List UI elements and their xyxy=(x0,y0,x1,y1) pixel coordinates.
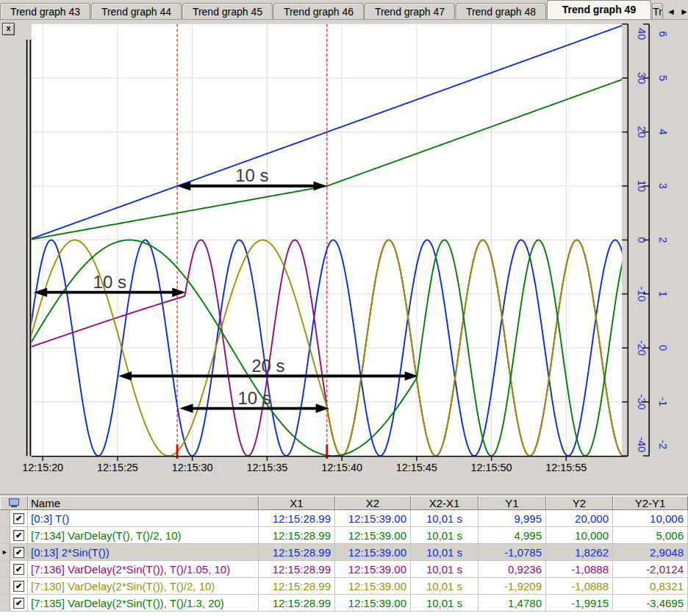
svg-text:10 s: 10 s xyxy=(93,272,126,292)
value-x2[interactable]: 12:15:39.00 xyxy=(335,561,411,578)
value-x2-x1[interactable]: 10,01 s xyxy=(411,544,479,561)
series-name[interactable]: [7:134] VarDelay(T(), T()/2, 10) xyxy=(28,527,259,544)
chart-close-button[interactable]: x xyxy=(2,23,15,35)
column-header-y2-y1: Y2-Y1 xyxy=(613,496,688,510)
time-axis-label: 12:15:35 xyxy=(246,462,287,473)
time-axis-label: 12:15:45 xyxy=(396,462,437,473)
trend-viewer-window: Trend graph 43Trend graph 44Trend graph … xyxy=(0,0,688,616)
value-y1[interactable]: 1,4780 xyxy=(479,595,546,612)
selected-row-marker[interactable]: ► xyxy=(0,544,10,561)
value-x2-x1[interactable]: 10,01 s xyxy=(411,561,479,578)
tab-scroll-controls: ◄►✕ xyxy=(667,7,688,16)
value-x1[interactable]: 12:15:28.99 xyxy=(259,561,335,578)
tab-trend-graph-43[interactable]: Trend graph 43 xyxy=(0,3,90,19)
tab-trend-graph-47[interactable]: Trend graph 47 xyxy=(365,3,455,19)
tab-overflow[interactable]: Tr xyxy=(652,3,663,19)
value-x2[interactable]: 12:15:39.00 xyxy=(335,578,411,595)
tab-scroll-left-icon[interactable]: ◄ xyxy=(667,7,676,16)
row-marker-cell[interactable] xyxy=(0,578,10,595)
value-x2-x1[interactable]: 10,01 s xyxy=(411,595,479,612)
value-y2[interactable]: -1,9915 xyxy=(546,595,613,612)
series-visible-checkbox[interactable]: ✔ xyxy=(13,581,24,592)
header-icon-cell xyxy=(0,496,28,510)
value-x2-x1[interactable]: 10,01 s xyxy=(411,578,479,595)
series-name[interactable]: [7:136] VarDelay(2*Sin(T()), T()/1.05, 1… xyxy=(28,561,259,578)
value-y1[interactable]: 0,9236 xyxy=(479,561,546,578)
checkbox-cell[interactable]: ✔ xyxy=(10,595,28,612)
value-x1[interactable]: 12:15:28.99 xyxy=(259,527,335,544)
svg-text:10 s: 10 s xyxy=(237,388,270,408)
tab-trend-graph-49[interactable]: Trend graph 49 xyxy=(547,0,651,19)
value-x2[interactable]: 12:15:39.00 xyxy=(335,527,411,544)
svg-text:20 s: 20 s xyxy=(251,356,284,376)
row-marker-cell[interactable] xyxy=(0,527,10,544)
value-x1[interactable]: 12:15:28.99 xyxy=(259,578,335,595)
column-header-x2: X2 xyxy=(335,496,411,510)
time-axis-label: 12:15:30 xyxy=(172,462,213,473)
trend-chart-canvas[interactable]: 10 s10 s20 s10 s12:15:2012:15:2512:15:30… xyxy=(0,20,688,494)
checkbox-cell[interactable]: ✔ xyxy=(10,561,28,578)
svg-text:10 s: 10 s xyxy=(235,165,268,185)
row-marker-cell[interactable] xyxy=(0,595,10,612)
value-x2-x1[interactable]: 10,01 s xyxy=(411,527,479,544)
value-x2[interactable]: 12:15:39.00 xyxy=(335,510,411,527)
value-y2-y1[interactable]: 5,006 xyxy=(613,527,688,544)
series-visible-checkbox[interactable]: ✔ xyxy=(13,547,24,558)
value-x1[interactable]: 12:15:28.99 xyxy=(259,510,335,527)
tab-trend-graph-45[interactable]: Trend graph 45 xyxy=(182,3,273,19)
value-y1[interactable]: 9,995 xyxy=(479,510,546,527)
time-axis-label: 12:15:40 xyxy=(321,462,362,473)
checkbox-cell[interactable]: ✔ xyxy=(10,578,28,595)
series-name[interactable]: [0:13] 2*Sin(T()) xyxy=(28,544,259,561)
trend-chart-panel: x 10 s10 s20 s10 s12:15:2012:15:2512:15:… xyxy=(0,20,688,494)
series-visible-checkbox[interactable]: ✔ xyxy=(13,530,24,541)
value-y2[interactable]: -1,0888 xyxy=(546,561,613,578)
series-visible-checkbox[interactable]: ✔ xyxy=(13,598,24,609)
column-header-y2: Y2 xyxy=(546,496,613,510)
time-axis-label: 12:15:55 xyxy=(545,462,587,473)
column-header-name: Name xyxy=(28,496,259,510)
checkbox-cell[interactable]: ✔ xyxy=(10,527,28,544)
value-x2-x1[interactable]: 10,01 s xyxy=(411,510,479,527)
column-header-y1: Y1 xyxy=(479,496,546,510)
series-visible-checkbox[interactable]: ✔ xyxy=(13,564,24,575)
value-y1[interactable]: -1,0785 xyxy=(479,544,546,561)
series-name[interactable]: [7:130] VarDelay(2*Sin(T()), T()/2, 10) xyxy=(28,578,259,595)
value-y2-y1[interactable]: -2,0124 xyxy=(613,561,688,578)
value-x2[interactable]: 12:15:39.00 xyxy=(335,595,411,612)
outer-y-axis-label: -2 xyxy=(657,440,669,449)
tab-trend-graph-46[interactable]: Trend graph 46 xyxy=(273,3,364,19)
row-marker-cell[interactable] xyxy=(0,561,10,578)
value-y1[interactable]: -1,9209 xyxy=(479,578,546,595)
checkbox-cell[interactable]: ✔ xyxy=(10,510,28,527)
series-table: NameX1X2X2-X1Y1Y2Y2-Y1✔[0:3] T()12:15:28… xyxy=(0,496,688,616)
monitor-icon xyxy=(9,498,19,507)
value-x1[interactable]: 12:15:28.99 xyxy=(259,544,335,561)
value-y2-y1[interactable]: -3,4695 xyxy=(613,595,688,612)
value-y2[interactable]: -1,0888 xyxy=(546,578,613,595)
tab-trend-graph-48[interactable]: Trend graph 48 xyxy=(456,3,546,19)
outer-y-axis-label: 6 xyxy=(657,31,669,37)
time-axis-label: 12:15:50 xyxy=(471,462,512,473)
value-x2[interactable]: 12:15:39.00 xyxy=(335,544,411,561)
inner-y-axis-label: -40 xyxy=(636,437,648,452)
column-header-x2-x1: X2-X1 xyxy=(411,496,479,510)
series-visible-checkbox[interactable]: ✔ xyxy=(13,513,24,524)
outer-y-axis-label: 0 xyxy=(657,345,669,351)
row-marker-cell[interactable] xyxy=(0,510,10,527)
checkbox-cell[interactable]: ✔ xyxy=(10,544,28,561)
tab-trend-graph-44[interactable]: Trend graph 44 xyxy=(91,3,182,19)
tab-scroll-right-icon[interactable]: ► xyxy=(680,7,688,16)
value-y2[interactable]: 1,8262 xyxy=(546,544,613,561)
series-name[interactable]: [7:135] VarDelay(2*Sin(T()), T()/1.3, 20… xyxy=(28,595,259,612)
value-y2-y1[interactable]: 2,9048 xyxy=(613,544,688,561)
outer-y-axis-label: 2 xyxy=(657,237,669,243)
value-y2-y1[interactable]: 10,006 xyxy=(613,510,688,527)
value-y2[interactable]: 20,000 xyxy=(546,510,613,527)
value-x1[interactable]: 12:15:28.99 xyxy=(259,595,335,612)
value-y1[interactable]: 4,995 xyxy=(479,527,546,544)
tab-bar: Trend graph 43Trend graph 44Trend graph … xyxy=(0,0,688,20)
series-name[interactable]: [0:3] T() xyxy=(28,510,259,527)
value-y2[interactable]: 10,000 xyxy=(546,527,613,544)
value-y2-y1[interactable]: 0,8321 xyxy=(613,578,688,595)
